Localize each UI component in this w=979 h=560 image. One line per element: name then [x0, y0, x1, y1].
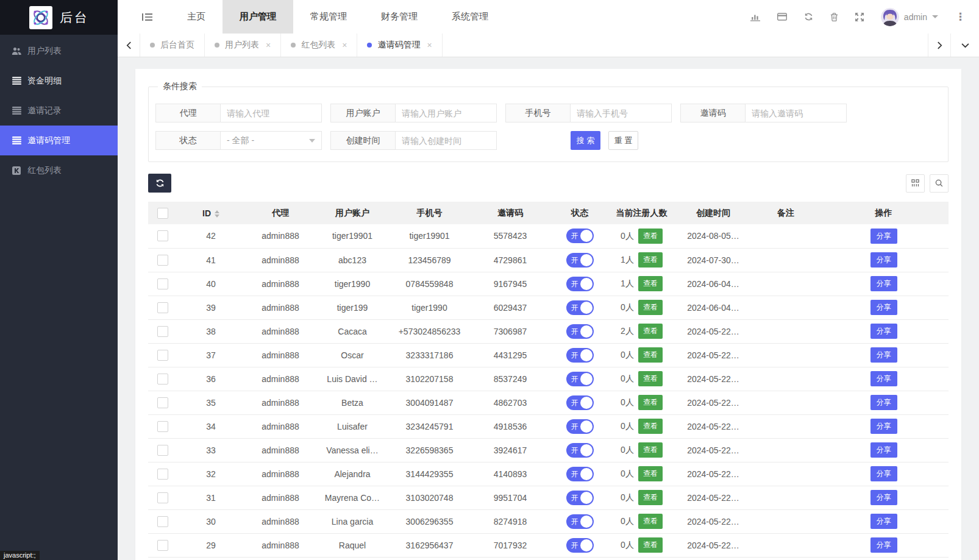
search-table-icon[interactable]: [930, 174, 949, 193]
agent-input[interactable]: [221, 104, 322, 122]
row-checkbox[interactable]: [157, 278, 168, 289]
view-button[interactable]: 查看: [638, 276, 663, 291]
bar-chart-icon[interactable]: [750, 13, 760, 21]
row-checkbox[interactable]: [157, 397, 168, 408]
view-button[interactable]: 查看: [638, 514, 663, 529]
tab[interactable]: 邀请码管理 ×: [357, 34, 442, 57]
status-toggle[interactable]: 开: [566, 443, 594, 458]
status-toggle[interactable]: 开: [566, 514, 594, 529]
credit-card-icon[interactable]: [777, 13, 787, 21]
view-button[interactable]: 查看: [638, 252, 663, 268]
share-button[interactable]: 分享: [870, 537, 897, 553]
view-button[interactable]: 查看: [638, 442, 663, 458]
view-button[interactable]: 查看: [638, 395, 663, 410]
view-button[interactable]: 查看: [638, 371, 663, 386]
search-button[interactable]: 搜 索: [571, 131, 600, 150]
top-nav-item[interactable]: 常规管理: [293, 0, 364, 34]
cell-account: Cacaca: [316, 319, 388, 343]
view-button[interactable]: 查看: [638, 347, 663, 363]
expand-icon[interactable]: [855, 13, 864, 21]
status-toggle[interactable]: 开: [566, 229, 594, 243]
sidebar-item[interactable]: 用户列表: [0, 36, 118, 66]
row-checkbox[interactable]: [157, 445, 168, 456]
share-button[interactable]: 分享: [870, 371, 897, 386]
row-checkbox[interactable]: [157, 516, 168, 527]
status-select[interactable]: - 全部 -: [221, 131, 322, 150]
share-button[interactable]: 分享: [870, 514, 897, 529]
share-button[interactable]: 分享: [870, 490, 897, 505]
tab-close-icon[interactable]: ×: [427, 40, 432, 50]
share-button[interactable]: 分享: [870, 347, 897, 363]
top-nav-item[interactable]: 用户管理: [222, 0, 293, 34]
tabs-menu-chevron-down-icon[interactable]: [950, 34, 979, 57]
view-button[interactable]: 查看: [638, 490, 663, 505]
share-button[interactable]: 分享: [870, 229, 897, 244]
cell-remark: [753, 343, 819, 367]
invite-code-input[interactable]: [746, 104, 847, 122]
view-button[interactable]: 查看: [638, 466, 663, 481]
view-button[interactable]: 查看: [638, 419, 663, 434]
share-button[interactable]: 分享: [870, 466, 897, 481]
status-toggle[interactable]: 开: [566, 372, 594, 386]
row-checkbox[interactable]: [157, 302, 168, 313]
tab-close-icon[interactable]: ×: [266, 40, 271, 50]
top-nav-item[interactable]: 主页: [170, 0, 222, 34]
top-nav-item[interactable]: 财务管理: [364, 0, 435, 34]
collapse-sidebar-icon[interactable]: [142, 0, 153, 34]
row-checkbox[interactable]: [157, 374, 168, 385]
status-toggle[interactable]: 开: [566, 324, 594, 339]
columns-grid-icon[interactable]: [906, 174, 925, 193]
top-nav-item[interactable]: 系统管理: [435, 0, 505, 34]
created-time-input[interactable]: [396, 131, 497, 150]
view-button[interactable]: 查看: [638, 300, 663, 315]
share-button[interactable]: 分享: [870, 300, 897, 315]
tab-close-icon[interactable]: ×: [342, 40, 347, 50]
row-checkbox[interactable]: [157, 350, 168, 361]
row-checkbox[interactable]: [157, 492, 168, 503]
view-button[interactable]: 查看: [638, 324, 663, 339]
share-button[interactable]: 分享: [870, 419, 897, 434]
status-toggle[interactable]: 开: [566, 538, 594, 553]
trash-icon[interactable]: [830, 13, 838, 21]
status-toggle[interactable]: 开: [566, 467, 594, 481]
sidebar-item[interactable]: 红包列表: [0, 155, 118, 185]
tabs-scroll-right-icon[interactable]: [928, 34, 950, 57]
share-button[interactable]: 分享: [870, 395, 897, 410]
view-button[interactable]: 查看: [638, 229, 663, 244]
reset-button[interactable]: 重 置: [608, 131, 638, 150]
share-button[interactable]: 分享: [870, 442, 897, 458]
user-menu[interactable]: admin: [881, 8, 938, 26]
account-input[interactable]: [396, 104, 497, 122]
sort-icon[interactable]: [215, 210, 219, 218]
sidebar-item[interactable]: 邀请码管理: [0, 126, 118, 155]
share-button[interactable]: 分享: [870, 252, 897, 268]
tab[interactable]: 后台首页: [140, 34, 205, 57]
share-button[interactable]: 分享: [870, 276, 897, 291]
view-button[interactable]: 查看: [638, 537, 663, 553]
select-all-checkbox[interactable]: [157, 208, 168, 219]
refresh-icon[interactable]: [804, 13, 813, 21]
sidebar-item[interactable]: 资金明细: [0, 66, 118, 96]
tab[interactable]: 红包列表 ×: [281, 34, 357, 57]
refresh-table-button[interactable]: [148, 174, 171, 193]
more-vertical-icon[interactable]: ⋮: [955, 10, 966, 23]
phone-input[interactable]: [571, 104, 672, 122]
status-toggle[interactable]: 开: [566, 348, 594, 363]
share-button[interactable]: 分享: [870, 324, 897, 339]
status-toggle[interactable]: 开: [566, 491, 594, 505]
tab[interactable]: 用户列表 ×: [205, 34, 281, 57]
status-toggle[interactable]: 开: [566, 253, 594, 268]
row-checkbox[interactable]: [157, 469, 168, 480]
status-toggle[interactable]: 开: [566, 419, 594, 434]
status-toggle[interactable]: 开: [566, 395, 594, 410]
row-checkbox[interactable]: [157, 255, 168, 266]
status-toggle[interactable]: 开: [566, 300, 594, 315]
avatar: [881, 8, 899, 26]
sidebar-item[interactable]: 邀请记录: [0, 96, 118, 126]
row-checkbox[interactable]: [157, 540, 168, 551]
tabs-scroll-left-icon[interactable]: [118, 34, 140, 57]
row-checkbox[interactable]: [157, 230, 168, 241]
status-toggle[interactable]: 开: [566, 277, 594, 291]
row-checkbox[interactable]: [157, 326, 168, 337]
row-checkbox[interactable]: [157, 421, 168, 432]
